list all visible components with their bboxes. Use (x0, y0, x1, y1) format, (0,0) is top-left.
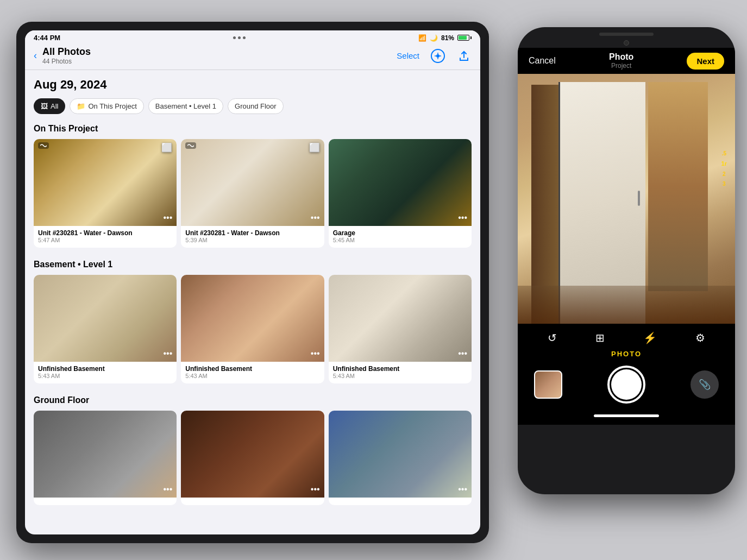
attach-button[interactable]: 📎 (690, 370, 719, 399)
section-title-basement: Basement • Level 1 (34, 260, 472, 269)
photo-card-6[interactable]: ••• Unfinished Basement 5:43 AM (329, 275, 472, 383)
photo-info-3: Garage 5:45 AM (329, 226, 472, 248)
filter-groundfloor-chip[interactable]: Ground Floor (228, 98, 284, 114)
photo-time-6: 5:43 AM (333, 373, 467, 379)
cancel-button[interactable]: Cancel (529, 56, 556, 66)
filter-all-label: All (51, 102, 58, 110)
status-bar: 4:44 PM 📶 🌙 81% (25, 30, 480, 44)
bookmark-icon-2: ⬜ (309, 142, 320, 153)
photo-card-9[interactable]: ••• (329, 411, 472, 505)
tablet-screen: 4:44 PM 📶 🌙 81% ‹ (25, 30, 480, 534)
tablet-device: 4:44 PM 📶 🌙 81% ‹ (16, 22, 489, 543)
wifi-icon: 📶 (418, 34, 426, 42)
photo-title-6: Unfinished Basement (333, 365, 467, 373)
battery-tip (470, 36, 472, 39)
share-profile-button[interactable] (430, 48, 445, 64)
ruler-tick-0: .5 (722, 149, 726, 159)
shutter-row: 📎 (529, 366, 724, 404)
dot-3 (243, 36, 246, 39)
bookmark-icon-1: ⬜ (161, 142, 172, 153)
more-icon-3[interactable]: ••• (458, 213, 467, 223)
status-time: 4:44 PM (34, 34, 60, 42)
photo-card-4[interactable]: ••• Unfinished Basement 5:43 AM (34, 275, 177, 383)
photo-card-2[interactable]: ⬜ ••• Unit #230281 - Water - Dawson 5:39… (181, 139, 324, 248)
phone-notch (599, 33, 654, 36)
photo-title-5: Unfinished Basement (185, 365, 319, 373)
grid-icon[interactable]: ⊞ (595, 331, 605, 344)
back-button[interactable]: ‹ (34, 50, 38, 61)
photo-info-2: Unit #230281 - Water - Dawson 5:39 AM (181, 226, 324, 248)
date-heading: Aug 29, 2024 (34, 78, 472, 92)
settings-sliders-icon[interactable]: ⚙ (695, 331, 705, 344)
filter-basement-label: Basement • Level 1 (155, 102, 216, 110)
photo-title-4: Unfinished Basement (38, 365, 172, 373)
photo-card-1[interactable]: ⬜ ••• Unit #230281 - Water - Dawson 5:47… (34, 139, 177, 248)
phone-subtitle: Project (609, 62, 633, 70)
more-icon-5[interactable]: ••• (311, 349, 320, 358)
more-icon-7[interactable]: ••• (164, 485, 173, 494)
photo-info-4: Unfinished Basement 5:43 AM (34, 362, 177, 383)
more-icon-1[interactable]: ••• (164, 213, 173, 223)
nav-title: All Photos (42, 46, 91, 58)
battery-icon (457, 35, 472, 41)
phone-title: Photo (609, 52, 633, 62)
photo-thumb-3: ••• (329, 139, 472, 226)
front-camera-icon (624, 40, 629, 46)
filter-all-chip[interactable]: 🖼 All (34, 98, 65, 114)
upload-button[interactable] (456, 48, 472, 64)
camera-viewfinder: .5 1r 2 3 (518, 74, 735, 324)
more-icon-9[interactable]: ••• (458, 485, 467, 494)
photo-card-8[interactable]: ••• (181, 411, 324, 505)
ruler-tick-3: 3 (723, 179, 726, 189)
last-photo-thumbnail[interactable] (534, 370, 562, 399)
home-indicator (529, 410, 724, 419)
shutter-inner (611, 369, 642, 400)
more-icon-4[interactable]: ••• (164, 349, 173, 358)
photo-card-3[interactable]: ••• Garage 5:45 AM (329, 139, 472, 248)
section-title-groundfloor: Ground Floor (34, 395, 472, 405)
circle-icon (431, 49, 445, 63)
photo-time-2: 5:39 AM (185, 237, 319, 243)
filter-basement-chip[interactable]: Basement • Level 1 (148, 98, 223, 114)
folder-icon: 📁 (77, 102, 85, 110)
photo-grid-groundfloor: ••• ••• ••• (34, 411, 472, 505)
photo-card-5[interactable]: ••• Unfinished Basement 5:43 AM (181, 275, 324, 383)
photo-time-4: 5:43 AM (38, 373, 172, 379)
filter-project-chip[interactable]: 📁 On This Project (70, 98, 143, 114)
next-button[interactable]: Next (687, 53, 724, 70)
more-icon-6[interactable]: ••• (458, 349, 467, 358)
back-chevron-icon: ‹ (34, 50, 37, 61)
phone-device: Cancel Photo Project Next .5 1r 2 3 ↺ ⊞ … (518, 27, 735, 494)
photo-info-7 (34, 498, 177, 505)
photo-time-5: 5:43 AM (185, 373, 319, 379)
battery-pct: 81% (441, 34, 454, 42)
photo-thumb-7: ••• (34, 411, 177, 498)
photo-thumb-9: ••• (329, 411, 472, 498)
nav-subtitle: 44 Photos (42, 58, 91, 65)
phone-notch-area (518, 27, 735, 36)
phone-top-bar: Cancel Photo Project Next (518, 48, 735, 74)
camera-controls: ↺ ⊞ ⚡ ⚙ PHOTO 📎 (518, 324, 735, 425)
select-button[interactable]: Select (397, 51, 419, 60)
photo-thumb-5: ••• (181, 275, 324, 362)
moon-icon: 🌙 (430, 34, 438, 42)
photo-title-2: Unit #230281 - Water - Dawson (185, 229, 319, 237)
ruler-tick-2: 2 (723, 169, 726, 179)
ruler-tick-1: 1r (721, 159, 727, 169)
home-bar (594, 414, 659, 417)
photo-info-6: Unfinished Basement 5:43 AM (329, 362, 472, 383)
photo-title-3: Garage (333, 229, 467, 237)
photo-card-7[interactable]: ••• (34, 411, 177, 505)
phone-camera-row (518, 38, 735, 48)
photo-info-8 (181, 498, 324, 505)
more-icon-8[interactable]: ••• (311, 485, 320, 494)
tablet-content: Aug 29, 2024 🖼 All 📁 On This Project Bas… (25, 70, 480, 525)
nav-actions: Select (397, 48, 472, 64)
more-icon-2[interactable]: ••• (311, 213, 320, 223)
shutter-button[interactable] (607, 366, 645, 404)
flash-icon[interactable]: ⚡ (643, 331, 657, 344)
photo-thumb-8: ••• (181, 411, 324, 498)
dot-1 (233, 36, 236, 39)
door-handle (638, 191, 640, 206)
rotate-camera-icon[interactable]: ↺ (548, 331, 557, 344)
